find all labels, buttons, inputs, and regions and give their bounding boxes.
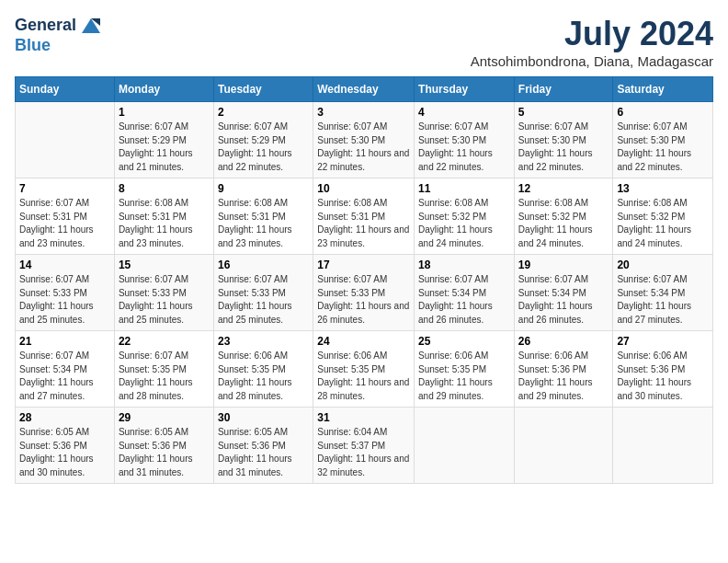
- calendar-week-3: 21 Sunrise: 6:07 AMSunset: 5:34 PMDaylig…: [16, 331, 713, 408]
- day-number: 3: [317, 106, 410, 119]
- page-header: General Blue July 2024 Antsohimbondrona,…: [15, 15, 713, 69]
- day-number: 5: [518, 106, 609, 119]
- day-number: 31: [317, 411, 410, 424]
- day-number: 16: [218, 259, 309, 271]
- day-number: 22: [119, 335, 210, 348]
- cell-details: Sunrise: 6:06 AMSunset: 5:35 PMDaylight:…: [218, 350, 292, 401]
- calendar-cell: 15 Sunrise: 6:07 AMSunset: 5:33 PMDaylig…: [114, 255, 213, 331]
- cell-details: Sunrise: 6:07 AMSunset: 5:34 PMDaylight:…: [617, 274, 691, 325]
- cell-details: Sunrise: 6:08 AMSunset: 5:31 PMDaylight:…: [119, 198, 193, 248]
- cell-details: Sunrise: 6:08 AMSunset: 5:31 PMDaylight:…: [218, 198, 292, 248]
- cell-details: Sunrise: 6:05 AMSunset: 5:36 PMDaylight:…: [218, 427, 292, 477]
- calendar-cell: 11 Sunrise: 6:08 AMSunset: 5:32 PMDaylig…: [415, 178, 515, 255]
- calendar-cell: 25 Sunrise: 6:06 AMSunset: 5:35 PMDaylig…: [415, 331, 515, 408]
- calendar-cell: [16, 102, 115, 178]
- day-number: 21: [19, 335, 110, 348]
- calendar-week-4: 28 Sunrise: 6:05 AMSunset: 5:36 PMDaylig…: [16, 408, 713, 484]
- cell-details: Sunrise: 6:04 AMSunset: 5:37 PMDaylight:…: [317, 427, 409, 477]
- calendar-cell: 24 Sunrise: 6:06 AMSunset: 5:35 PMDaylig…: [313, 331, 415, 408]
- day-number: 11: [418, 182, 510, 195]
- day-number: 23: [218, 335, 309, 348]
- calendar-cell: 29 Sunrise: 6:05 AMSunset: 5:36 PMDaylig…: [114, 408, 213, 484]
- day-number: 4: [418, 106, 510, 119]
- col-friday: Friday: [514, 77, 613, 102]
- col-sunday: Sunday: [16, 77, 115, 102]
- calendar-cell: 19 Sunrise: 6:07 AMSunset: 5:34 PMDaylig…: [514, 255, 613, 331]
- calendar-cell: [514, 408, 613, 484]
- day-number: 6: [617, 106, 709, 119]
- day-number: 28: [19, 411, 110, 424]
- cell-details: Sunrise: 6:07 AMSunset: 5:31 PMDaylight:…: [19, 198, 94, 248]
- day-number: 7: [19, 182, 110, 195]
- calendar-cell: 12 Sunrise: 6:08 AMSunset: 5:32 PMDaylig…: [514, 178, 613, 255]
- col-monday: Monday: [114, 77, 213, 102]
- day-number: 15: [119, 259, 210, 271]
- cell-details: Sunrise: 6:07 AMSunset: 5:33 PMDaylight:…: [19, 274, 94, 325]
- cell-details: Sunrise: 6:07 AMSunset: 5:30 PMDaylight:…: [518, 121, 593, 172]
- cell-details: Sunrise: 6:07 AMSunset: 5:34 PMDaylight:…: [418, 274, 493, 325]
- cell-details: Sunrise: 6:06 AMSunset: 5:35 PMDaylight:…: [418, 350, 493, 401]
- calendar-cell: 21 Sunrise: 6:07 AMSunset: 5:34 PMDaylig…: [16, 331, 115, 408]
- calendar-cell: 14 Sunrise: 6:07 AMSunset: 5:33 PMDaylig…: [16, 255, 115, 331]
- col-wednesday: Wednesday: [313, 77, 415, 102]
- calendar-table: Sunday Monday Tuesday Wednesday Thursday…: [15, 76, 713, 484]
- logo-text-general: General: [15, 17, 76, 35]
- cell-details: Sunrise: 6:05 AMSunset: 5:36 PMDaylight:…: [119, 427, 193, 477]
- day-number: 27: [617, 335, 709, 348]
- day-number: 13: [617, 182, 709, 195]
- col-tuesday: Tuesday: [213, 77, 313, 102]
- calendar-week-0: 1 Sunrise: 6:07 AMSunset: 5:29 PMDayligh…: [16, 102, 713, 178]
- logo-text-blue: Blue: [15, 37, 100, 55]
- calendar-week-1: 7 Sunrise: 6:07 AMSunset: 5:31 PMDayligh…: [16, 178, 713, 255]
- calendar-cell: 13 Sunrise: 6:08 AMSunset: 5:32 PMDaylig…: [613, 178, 713, 255]
- calendar-cell: 30 Sunrise: 6:05 AMSunset: 5:36 PMDaylig…: [213, 408, 313, 484]
- calendar-cell: 1 Sunrise: 6:07 AMSunset: 5:29 PMDayligh…: [114, 102, 213, 178]
- calendar-cell: 8 Sunrise: 6:08 AMSunset: 5:31 PMDayligh…: [114, 178, 213, 255]
- cell-details: Sunrise: 6:08 AMSunset: 5:32 PMDaylight:…: [418, 198, 493, 248]
- day-number: 10: [317, 182, 410, 195]
- calendar-cell: [613, 408, 713, 484]
- calendar-cell: 6 Sunrise: 6:07 AMSunset: 5:30 PMDayligh…: [613, 102, 713, 178]
- calendar-cell: 16 Sunrise: 6:07 AMSunset: 5:33 PMDaylig…: [213, 255, 313, 331]
- location-text: Antsohimbondrona, Diana, Madagascar: [471, 53, 713, 69]
- calendar-cell: [415, 408, 515, 484]
- day-number: 29: [119, 411, 210, 424]
- logo: General Blue: [15, 15, 100, 55]
- cell-details: Sunrise: 6:08 AMSunset: 5:32 PMDaylight:…: [617, 198, 691, 248]
- calendar-cell: 17 Sunrise: 6:07 AMSunset: 5:33 PMDaylig…: [313, 255, 415, 331]
- title-section: July 2024 Antsohimbondrona, Diana, Madag…: [471, 15, 713, 69]
- month-title: July 2024: [471, 15, 713, 53]
- calendar-cell: 26 Sunrise: 6:06 AMSunset: 5:36 PMDaylig…: [514, 331, 613, 408]
- cell-details: Sunrise: 6:06 AMSunset: 5:36 PMDaylight:…: [518, 350, 593, 401]
- day-number: 25: [418, 335, 510, 348]
- calendar-cell: 2 Sunrise: 6:07 AMSunset: 5:29 PMDayligh…: [213, 102, 313, 178]
- header-row: Sunday Monday Tuesday Wednesday Thursday…: [16, 77, 713, 102]
- calendar-cell: 31 Sunrise: 6:04 AMSunset: 5:37 PMDaylig…: [313, 408, 415, 484]
- calendar-cell: 18 Sunrise: 6:07 AMSunset: 5:34 PMDaylig…: [415, 255, 515, 331]
- cell-details: Sunrise: 6:07 AMSunset: 5:30 PMDaylight:…: [418, 121, 493, 172]
- calendar-cell: 7 Sunrise: 6:07 AMSunset: 5:31 PMDayligh…: [16, 178, 115, 255]
- cell-details: Sunrise: 6:07 AMSunset: 5:30 PMDaylight:…: [317, 121, 409, 172]
- calendar-cell: 4 Sunrise: 6:07 AMSunset: 5:30 PMDayligh…: [415, 102, 515, 178]
- calendar-cell: 10 Sunrise: 6:08 AMSunset: 5:31 PMDaylig…: [313, 178, 415, 255]
- cell-details: Sunrise: 6:07 AMSunset: 5:29 PMDaylight:…: [218, 121, 292, 172]
- calendar-cell: 9 Sunrise: 6:08 AMSunset: 5:31 PMDayligh…: [213, 178, 313, 255]
- col-thursday: Thursday: [415, 77, 515, 102]
- cell-details: Sunrise: 6:07 AMSunset: 5:33 PMDaylight:…: [317, 274, 409, 325]
- cell-details: Sunrise: 6:07 AMSunset: 5:33 PMDaylight:…: [119, 274, 193, 325]
- cell-details: Sunrise: 6:08 AMSunset: 5:32 PMDaylight:…: [518, 198, 593, 248]
- day-number: 19: [518, 259, 609, 271]
- day-number: 24: [317, 335, 410, 348]
- cell-details: Sunrise: 6:07 AMSunset: 5:29 PMDaylight:…: [119, 121, 193, 172]
- cell-details: Sunrise: 6:07 AMSunset: 5:34 PMDaylight:…: [19, 350, 94, 401]
- calendar-cell: 5 Sunrise: 6:07 AMSunset: 5:30 PMDayligh…: [514, 102, 613, 178]
- day-number: 9: [218, 182, 309, 195]
- day-number: 20: [617, 259, 709, 271]
- day-number: 18: [418, 259, 510, 271]
- cell-details: Sunrise: 6:07 AMSunset: 5:34 PMDaylight:…: [518, 274, 593, 325]
- cell-details: Sunrise: 6:05 AMSunset: 5:36 PMDaylight:…: [19, 427, 94, 477]
- day-number: 8: [119, 182, 210, 195]
- day-number: 1: [119, 106, 210, 119]
- calendar-cell: 3 Sunrise: 6:07 AMSunset: 5:30 PMDayligh…: [313, 102, 415, 178]
- cell-details: Sunrise: 6:08 AMSunset: 5:31 PMDaylight:…: [317, 198, 409, 248]
